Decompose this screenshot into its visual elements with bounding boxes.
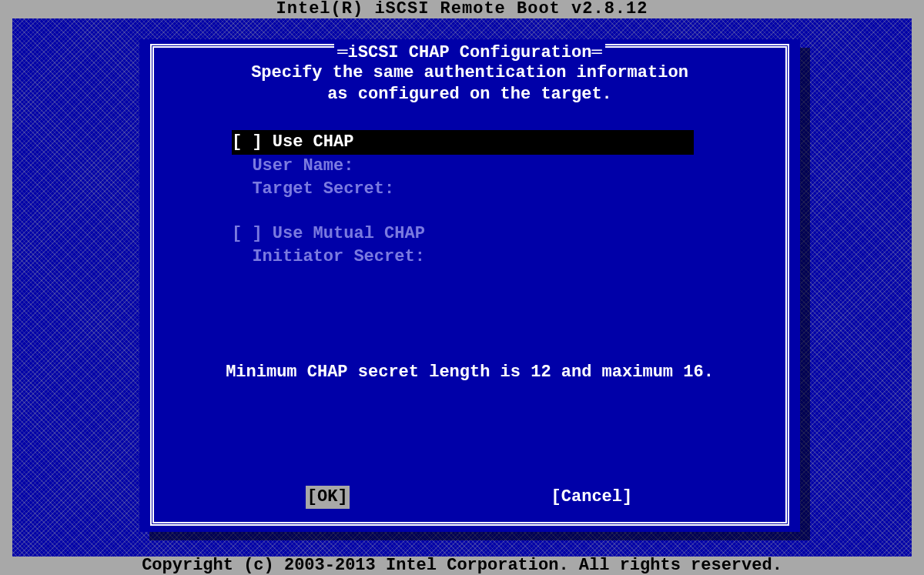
dialog-instructions: Specify the same authentication informat…	[162, 62, 777, 105]
target-secret-field[interactable]: Target Secret:	[232, 178, 777, 201]
dialog-buttons: [OK] [Cancel]	[162, 486, 777, 509]
ok-button[interactable]: [OK]	[306, 486, 350, 509]
chap-config-dialog: ═iSCSI CHAP Configuration═ Specify the s…	[139, 39, 800, 532]
dialog-content: Specify the same authentication informat…	[162, 62, 777, 516]
use-chap-checkbox[interactable]: [ ] Use CHAP	[232, 130, 694, 155]
dialog-title: ═iSCSI CHAP Configuration═	[334, 44, 604, 62]
footer-copyright: Copyright (c) 2003-2013 Intel Corporatio…	[0, 557, 924, 575]
secret-length-hint: Minimum CHAP secret length is 12 and max…	[162, 363, 777, 382]
cancel-button[interactable]: [Cancel]	[550, 486, 634, 509]
use-mutual-chap-checkbox[interactable]: [ ] Use Mutual CHAP	[232, 222, 777, 246]
instructions-line-1: Specify the same authentication informat…	[162, 62, 777, 84]
spacer	[232, 201, 777, 222]
page-title: Intel(R) iSCSI Remote Boot v2.8.12	[0, 0, 924, 18]
instructions-line-2: as configured on the target.	[162, 84, 777, 105]
initiator-secret-field[interactable]: Initiator Secret:	[232, 246, 777, 269]
bios-background: ═iSCSI CHAP Configuration═ Specify the s…	[12, 18, 912, 557]
user-name-field[interactable]: User Name:	[232, 155, 777, 178]
form-fields: [ ] Use CHAP User Name: Target Secret: […	[232, 130, 777, 269]
